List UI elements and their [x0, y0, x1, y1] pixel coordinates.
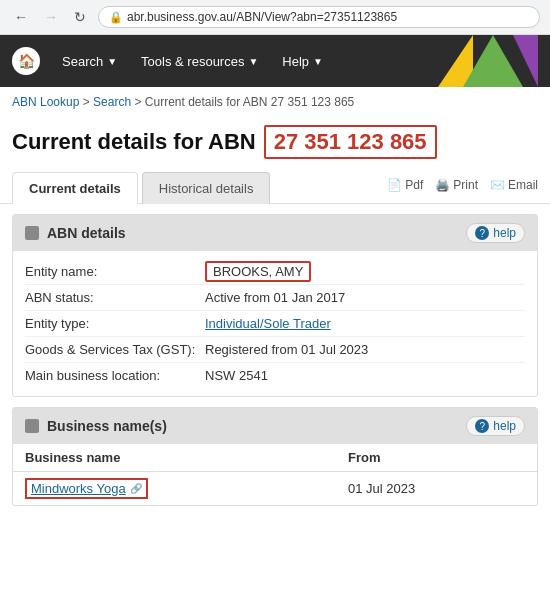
nav-search[interactable]: Search ▼: [52, 48, 127, 75]
header-logo-triangles: [438, 35, 538, 87]
url-bar[interactable]: 🔒 abr.business.gov.au/ABN/View?abn=27351…: [98, 6, 540, 28]
site-header: 🏠 Search ▼ Tools & resources ▼ Help ▼: [0, 35, 550, 87]
abn-details-header: ABN details ? help: [13, 215, 537, 251]
detail-row-gst: Goods & Services Tax (GST): Registered f…: [25, 337, 525, 363]
nav-help[interactable]: Help ▼: [272, 48, 333, 75]
location-value: NSW 2541: [205, 368, 268, 383]
abn-number: 27 351 123 865: [264, 125, 437, 159]
help-circle-icon: ?: [475, 226, 489, 240]
business-name-link[interactable]: Mindworks Yoga: [31, 481, 126, 496]
breadcrumb-search[interactable]: Search: [93, 95, 131, 109]
external-link-icon: 🔗: [130, 483, 142, 494]
lock-icon: 🔒: [109, 11, 123, 24]
business-names-header: Business name(s) ? help: [13, 408, 537, 444]
detail-row-abn-status: ABN status: Active from 01 Jan 2017: [25, 285, 525, 311]
nav-tools[interactable]: Tools & resources ▼: [131, 48, 268, 75]
help-circle-icon: ?: [475, 419, 489, 433]
business-name-cell: Mindworks Yoga 🔗: [13, 472, 336, 506]
chevron-down-icon: ▼: [248, 56, 258, 67]
reload-button[interactable]: ↻: [70, 7, 90, 27]
tabs-row: Current details Historical details 📄 Pdf…: [0, 171, 550, 204]
page-title-prefix: Current details for ABN: [12, 129, 256, 155]
detail-row-location: Main business location: NSW 2541: [25, 363, 525, 388]
entity-type-link[interactable]: Individual/Sole Trader: [205, 316, 331, 331]
url-text: abr.business.gov.au/ABN/View?abn=2735112…: [127, 10, 397, 24]
email-action[interactable]: ✉️ Email: [490, 178, 538, 192]
gst-value: Registered from 01 Jul 2023: [205, 342, 368, 357]
col-business-name: Business name: [13, 444, 336, 472]
tab-historical-details[interactable]: Historical details: [142, 172, 271, 204]
section-icon: [25, 226, 39, 240]
back-button[interactable]: ←: [10, 7, 32, 27]
breadcrumb-abn-lookup[interactable]: ABN Lookup: [12, 95, 79, 109]
chevron-down-icon: ▼: [313, 56, 323, 67]
business-from-cell: 01 Jul 2023: [336, 472, 537, 506]
entity-name-value: BROOKS, AMY: [205, 261, 311, 282]
home-logo[interactable]: 🏠: [12, 47, 40, 75]
chevron-down-icon: ▼: [107, 56, 117, 67]
email-icon: ✉️: [490, 178, 505, 192]
detail-row-entity-type: Entity type: Individual/Sole Trader: [25, 311, 525, 337]
print-action[interactable]: 🖨️ Print: [435, 178, 478, 192]
pdf-icon: 📄: [387, 178, 402, 192]
tab-current-details[interactable]: Current details: [12, 172, 138, 204]
tab-actions: 📄 Pdf 🖨️ Print ✉️ Email: [387, 178, 538, 196]
detail-row-entity-name: Entity name: BROOKS, AMY: [25, 259, 525, 285]
col-from: From: [336, 444, 537, 472]
abn-details-help-button[interactable]: ? help: [466, 223, 525, 243]
breadcrumb: ABN Lookup > Search > Current details fo…: [0, 87, 550, 117]
table-row: Mindworks Yoga 🔗 01 Jul 2023: [13, 472, 537, 506]
business-names-table: Business name From Mindworks Yoga 🔗 01 J…: [13, 444, 537, 505]
section-icon: [25, 419, 39, 433]
business-names-section: Business name(s) ? help Business name Fr…: [12, 407, 538, 506]
business-names-title: Business name(s): [47, 418, 167, 434]
business-name-boxed: Mindworks Yoga 🔗: [25, 478, 148, 499]
business-names-help-button[interactable]: ? help: [466, 416, 525, 436]
print-icon: 🖨️: [435, 178, 450, 192]
browser-bar: ← → ↻ 🔒 abr.business.gov.au/ABN/View?abn…: [0, 0, 550, 35]
abn-status-value: Active from 01 Jan 2017: [205, 290, 345, 305]
pdf-action[interactable]: 📄 Pdf: [387, 178, 423, 192]
page-title-section: Current details for ABN 27 351 123 865: [0, 117, 550, 171]
abn-details-title: ABN details: [47, 225, 126, 241]
abn-details-table: Entity name: BROOKS, AMY ABN status: Act…: [13, 251, 537, 396]
forward-button[interactable]: →: [40, 7, 62, 27]
abn-details-section: ABN details ? help Entity name: BROOKS, …: [12, 214, 538, 397]
